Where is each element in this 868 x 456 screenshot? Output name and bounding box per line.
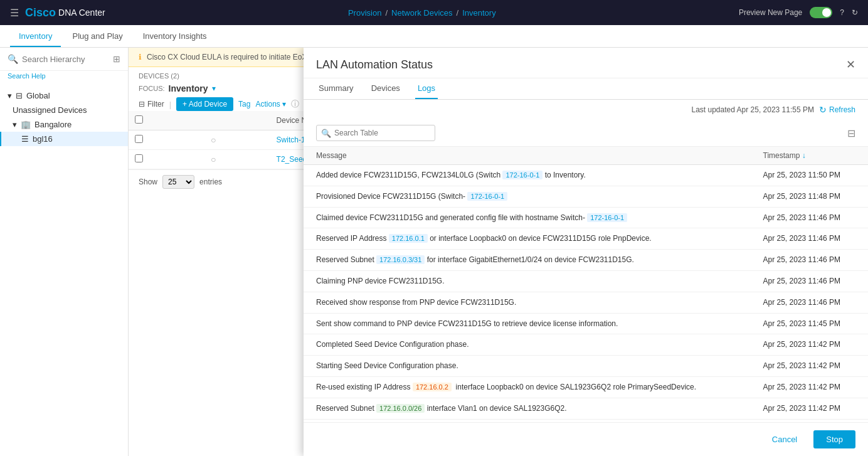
search-input[interactable] — [22, 55, 109, 64]
actions-button[interactable]: Actions ▾ — [255, 100, 285, 109]
close-button[interactable]: ✕ — [846, 58, 855, 72]
nav-right: Preview New Page ? ↻ — [739, 7, 858, 18]
tab-inventory-insights[interactable]: Inventory Insights — [134, 26, 216, 47]
tab-plug-and-play[interactable]: Plug and Play — [63, 26, 131, 47]
ip-badge: 172-16-0-1 — [467, 192, 507, 201]
modal-title: LAN Automation Status — [316, 58, 433, 72]
main-layout: 🔍 ⊞ Search Help ▾ ⊟ Global Unassigned De… — [0, 48, 868, 456]
col-checkbox — [129, 111, 204, 130]
log-message: Completed Seed Device Configuration phas… — [304, 334, 751, 356]
sidebar-item-label: Unassigned Devices — [13, 105, 87, 115]
filter-icon[interactable]: ⊞ — [113, 54, 120, 64]
search-help-link[interactable]: Search Help — [0, 71, 128, 83]
row-checkbox[interactable] — [135, 135, 143, 143]
log-message: Claiming PNP device FCW2311D15G. — [304, 270, 751, 292]
log-timestamp: Apr 25, 2023 11:46 PM — [751, 207, 868, 228]
focus-chevron-icon[interactable]: ▾ — [212, 84, 216, 93]
ip-badge: 172-16-0-1 — [587, 213, 627, 222]
tab-summary[interactable]: Summary — [316, 78, 356, 99]
tab-devices[interactable]: Devices — [369, 78, 403, 99]
log-row: Re-used existing IP Address 172.16.0.2 i… — [304, 376, 868, 398]
search-icon: 🔍 — [8, 54, 18, 64]
filter-button[interactable]: ⊟ Filter — [139, 100, 164, 109]
sidebar-item-unassigned[interactable]: Unassigned Devices — [0, 103, 128, 117]
sort-desc-icon: ↓ — [802, 151, 806, 160]
search-wrapper: 🔍 — [316, 125, 842, 141]
breadcrumb-sep2: / — [457, 8, 459, 18]
log-timestamp: Apr 25, 2023 11:48 PM — [751, 186, 868, 207]
log-timestamp: Apr 25, 2023 11:42 PM — [751, 398, 868, 419]
log-row: Claiming PNP device FCW2311D15G. Apr 25,… — [304, 270, 868, 292]
ip-badge: 172.16.0.1 — [389, 234, 428, 243]
tab-inventory[interactable]: Inventory — [10, 26, 61, 47]
device-status-icon: ○ — [211, 154, 216, 164]
divider: | — [169, 100, 171, 109]
stop-button[interactable]: Stop — [813, 430, 855, 448]
log-row: Provisioned Device FCW2311D15G (Switch- … — [304, 186, 868, 207]
help-icon[interactable]: ? — [840, 8, 844, 17]
nav-left: ☰ Cisco DNA Center — [10, 6, 105, 19]
log-row: Completed Seed Device Configuration phas… — [304, 334, 868, 356]
show-label: Show — [139, 178, 157, 186]
breadcrumb-network-devices[interactable]: Network Devices — [391, 8, 453, 18]
tag-button[interactable]: Tag — [238, 100, 250, 109]
log-row: Starting Seed Device Configuration phase… — [304, 356, 868, 377]
sidebar-item-bgl16[interactable]: ☰ bgl16 — [0, 132, 128, 146]
log-message: Added device FCW2311D15G, FCW2134L0LG (S… — [304, 165, 751, 186]
info-icon[interactable]: ⓘ — [291, 98, 299, 110]
tab-logs[interactable]: Logs — [415, 78, 438, 99]
cancel-button[interactable]: Cancel — [762, 431, 807, 448]
log-search-input[interactable] — [316, 125, 435, 141]
log-message: Reserved IP Address 172.16.0.1 or interf… — [304, 228, 751, 250]
sidebar-item-global[interactable]: ▾ ⊟ Global — [0, 88, 128, 103]
ip-badge: 172.16.0.3/31 — [376, 255, 425, 264]
modal-footer: Cancel Stop — [304, 422, 868, 456]
add-device-button[interactable]: + Add Device — [176, 97, 233, 111]
dna-label: DNA Center — [58, 8, 105, 18]
log-timestamp: Apr 25, 2023 11:46 PM — [751, 228, 868, 250]
log-message: Reserved Subnet 172.16.0.3/31 for interf… — [304, 250, 751, 271]
log-message: Received show response from PNP device F… — [304, 292, 751, 313]
log-row: Claimed device FCW2311D15G and generated… — [304, 207, 868, 228]
modal-body: Last updated Apr 25, 2023 11:55 PM ↻ Ref… — [304, 100, 868, 422]
breadcrumb-inventory[interactable]: Inventory — [462, 8, 495, 18]
log-timestamp: Apr 25, 2023 11:46 PM — [751, 250, 868, 271]
log-filter-icon[interactable]: ⊟ — [847, 127, 855, 139]
refresh-icon: ↻ — [819, 105, 827, 115]
info-icon: ℹ — [139, 53, 142, 61]
log-message: Starting Seed Device Configuration phase… — [304, 356, 751, 377]
refresh-link[interactable]: ↻ Refresh — [819, 105, 855, 115]
log-search-row: 🔍 ⊟ — [304, 120, 868, 147]
group-icon: ⊟ — [16, 91, 23, 100]
lan-automation-modal: LAN Automation Status ✕ Summary Devices … — [304, 48, 868, 456]
chevron-down-icon: ▾ — [282, 100, 286, 109]
log-timestamp: Apr 25, 2023 11:46 PM — [751, 270, 868, 292]
refresh-icon[interactable]: ↻ — [852, 8, 858, 17]
modal-tabs: Summary Devices Logs — [304, 78, 868, 100]
top-navigation: ☰ Cisco DNA Center Provision / Network D… — [0, 0, 868, 25]
breadcrumb-provision[interactable]: Provision — [348, 8, 381, 18]
sidebar-tree: ▾ ⊟ Global Unassigned Devices ▾ 🏢 Bangal… — [0, 83, 128, 456]
log-row: Received show response from PNP device F… — [304, 292, 868, 313]
log-row: Sent show command to PNP device FCW2311D… — [304, 313, 868, 334]
log-row: Added device FCW2311D15G, FCW2134L0LG (S… — [304, 165, 868, 186]
select-all-checkbox[interactable] — [135, 115, 143, 124]
col-timestamp[interactable]: Timestamp ↓ — [751, 147, 868, 165]
sidebar: 🔍 ⊞ Search Help ▾ ⊟ Global Unassigned De… — [0, 48, 129, 456]
chevron-down-icon: ▾ — [13, 120, 17, 129]
log-message: Re-used existing IP Address 172.16.0.2 i… — [304, 376, 751, 398]
preview-toggle[interactable] — [810, 7, 832, 18]
log-message: Sent show command to PNP device FCW2311D… — [304, 313, 751, 334]
filter-icon: ⊟ — [139, 100, 145, 109]
sidebar-item-label: bgl16 — [33, 134, 53, 144]
cisco-logo: Cisco DNA Center — [25, 6, 105, 19]
breadcrumb: Provision / Network Devices / Inventory — [348, 8, 496, 18]
hamburger-icon[interactable]: ☰ — [10, 7, 19, 19]
col-message: Message — [304, 147, 751, 165]
row-checkbox[interactable] — [135, 154, 143, 162]
log-message: Claimed device FCW2311D15G and generated… — [304, 207, 751, 228]
sidebar-item-bangalore[interactable]: ▾ 🏢 Bangalore — [0, 117, 128, 132]
ip-badge: 172.16.0.0/26 — [376, 404, 425, 413]
page-size-select[interactable]: 25 50 100 — [162, 175, 194, 189]
log-row: Reserved IP Address 172.16.0.1 or interf… — [304, 228, 868, 250]
